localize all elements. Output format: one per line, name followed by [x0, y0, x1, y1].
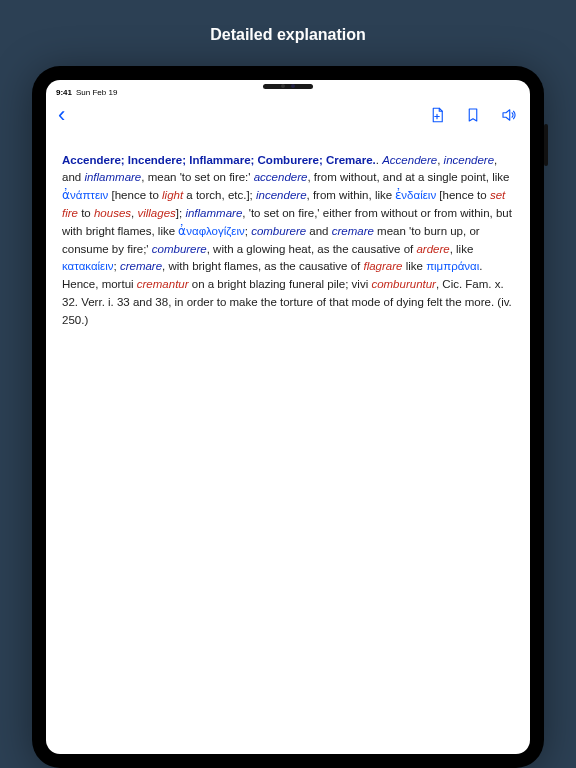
entry-body: Accendere; Incendere; Inflammare; Combur…: [46, 130, 530, 754]
new-doc-icon[interactable]: [428, 106, 446, 124]
nav-actions: [428, 106, 518, 124]
lat-accendere: Accendere: [382, 154, 437, 166]
term-ardere: ardere: [416, 243, 449, 255]
bookmark-icon[interactable]: [464, 106, 482, 124]
lat-inflammare: inflammare: [84, 171, 141, 183]
entry-paragraph: Accendere; Incendere; Inflammare; Combur…: [62, 152, 514, 330]
lat-incendere: incendere: [444, 154, 495, 166]
status-bar: 9:41 Sun Feb 19: [46, 80, 530, 100]
device-screen: 9:41 Sun Feb 19 ‹ Accendere; Incendere; …: [46, 80, 530, 754]
term-houses: houses: [94, 207, 131, 219]
page-caption: Detailed explanation: [210, 26, 366, 44]
greek-katakaiein: κατακαίειν: [62, 260, 114, 272]
term-light: light: [162, 189, 183, 201]
lat-comburere-2: comburere: [152, 243, 207, 255]
term-comburuntur: comburuntur: [371, 278, 436, 290]
term-villages: villages: [137, 207, 175, 219]
speaker-icon[interactable]: [500, 106, 518, 124]
greek-anaphlogizein: ἀναφλογίζειν: [178, 225, 244, 237]
back-button[interactable]: ‹: [58, 104, 65, 126]
greek-pimpranai: πιμπράναι: [426, 260, 479, 272]
greek-endaiein: ἐνδαίειν: [395, 189, 436, 201]
lat-comburere: comburere: [251, 225, 306, 237]
lat-cremare: cremare: [332, 225, 374, 237]
term-cremantur: cremantur: [137, 278, 189, 290]
lat-cremare-2: cremare: [120, 260, 162, 272]
nav-bar: ‹: [46, 100, 530, 130]
camera-notch: [263, 84, 313, 89]
lat-inflammare-2: inflammare: [185, 207, 242, 219]
status-date: Sun Feb 19: [76, 88, 117, 97]
lat-incendere-2: incendere: [256, 189, 307, 201]
term-flagrare: flagrare: [363, 260, 402, 272]
lat-accendere-2: accendere: [254, 171, 308, 183]
device-frame: 9:41 Sun Feb 19 ‹ Accendere; Incendere; …: [32, 66, 544, 768]
greek-anaptein: ἀνάπτειν: [62, 189, 108, 201]
headwords: Accendere; Incendere; Inflammare; Combur…: [62, 154, 376, 166]
status-time: 9:41: [56, 88, 72, 97]
